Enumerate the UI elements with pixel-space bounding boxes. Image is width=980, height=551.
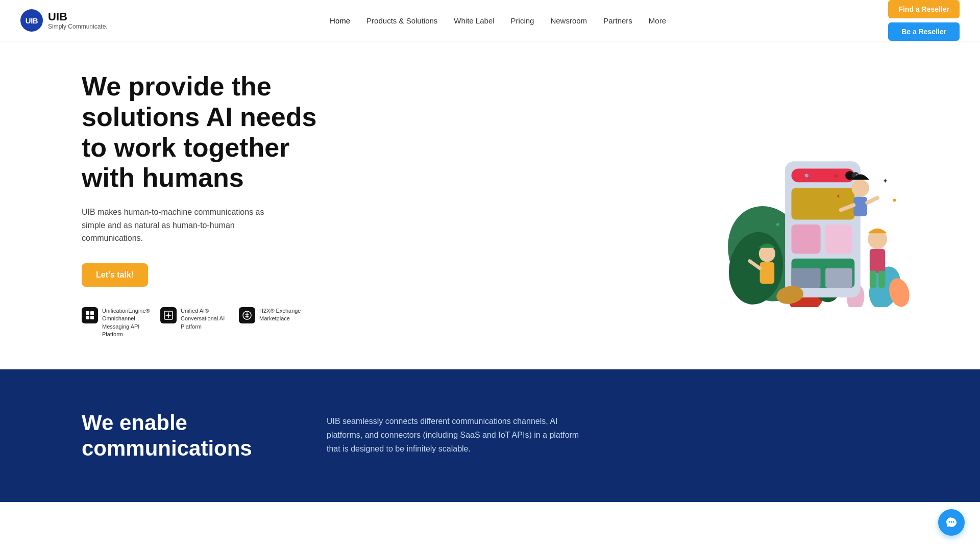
product-badge-h2x: H2X® Exchange Marketplace xyxy=(239,307,305,339)
svg-rect-32 xyxy=(870,270,876,287)
svg-text:✦: ✦ xyxy=(836,193,840,198)
blue-section: We enable communications UIB seamlessly … xyxy=(0,369,980,503)
svg-rect-3 xyxy=(90,316,94,319)
nav-white-label[interactable]: White Label xyxy=(447,12,501,29)
hero-svg: 🔍 🎤 xyxy=(704,103,929,307)
logo[interactable]: UIB UIB Simply Communicate. xyxy=(20,9,108,32)
logo-text: UIB Simply Communicate. xyxy=(48,11,108,30)
hero-description: UIB makes human-to-machine communication… xyxy=(82,206,276,245)
nav-partners[interactable]: Partners xyxy=(596,12,640,29)
svg-point-34 xyxy=(759,245,775,262)
logo-icon: UIB xyxy=(20,9,43,32)
logo-title: UIB xyxy=(48,11,108,23)
nav-pricing[interactable]: Pricing xyxy=(504,12,542,29)
blue-left: We enable communications xyxy=(82,410,276,462)
svg-line-29 xyxy=(867,197,877,203)
product-badge-uai: Unified AI® Conversational AI Platform xyxy=(160,307,227,339)
svg-rect-31 xyxy=(870,248,885,273)
blue-section-title: We enable communications xyxy=(82,410,276,462)
svg-point-26 xyxy=(852,179,869,196)
nav-products[interactable]: Products & Solutions xyxy=(359,12,445,29)
badge-uai-label: Unified AI® Conversational AI Platform xyxy=(181,307,227,331)
svg-rect-21 xyxy=(791,224,820,254)
logo-subtitle: Simply Communicate. xyxy=(48,23,108,30)
hero-section: We provide the solutions AI needs to wor… xyxy=(0,41,980,369)
svg-rect-1 xyxy=(90,311,94,315)
svg-point-39 xyxy=(776,223,779,226)
svg-rect-22 xyxy=(825,224,852,254)
svg-rect-2 xyxy=(86,316,89,319)
svg-point-37 xyxy=(834,174,838,178)
blue-section-description: UIB seamlessly connects different commun… xyxy=(327,414,592,456)
nav-buttons: Find a Reseller Be a Reseller xyxy=(888,0,960,41)
svg-rect-33 xyxy=(878,270,885,287)
exchange-icon xyxy=(239,307,255,323)
hero-content: We provide the solutions AI needs to wor… xyxy=(82,71,327,339)
nav-home[interactable]: Home xyxy=(323,12,357,29)
find-reseller-button[interactable]: Find a Reseller xyxy=(888,0,960,18)
blue-right: UIB seamlessly connects different commun… xyxy=(327,410,592,456)
badge-h2x-label: H2X® Exchange Marketplace xyxy=(259,307,305,323)
brain-icon xyxy=(160,307,177,323)
svg-rect-25 xyxy=(825,268,852,288)
product-badges: UnificationEngine® Omnichannel Messaging… xyxy=(82,307,327,339)
nav-newsroom[interactable]: Newsroom xyxy=(543,12,594,29)
grid-icon xyxy=(82,307,98,323)
cta-button[interactable]: Let's talk! xyxy=(82,263,148,287)
svg-rect-27 xyxy=(853,197,867,216)
svg-point-38 xyxy=(893,198,896,202)
svg-text:🔍: 🔍 xyxy=(804,173,811,179)
hero-title: We provide the solutions AI needs to wor… xyxy=(82,71,327,193)
svg-rect-20 xyxy=(791,188,854,219)
nav-links: Home Products & Solutions White Label Pr… xyxy=(323,12,673,29)
navbar: UIB UIB Simply Communicate. Home Product… xyxy=(0,0,980,41)
svg-point-5 xyxy=(167,314,169,316)
badge-ue-label: UnificationEngine® Omnichannel Messaging… xyxy=(102,307,150,339)
hero-illustration: 🔍 🎤 xyxy=(704,103,929,307)
svg-rect-15 xyxy=(791,168,854,182)
svg-text:✦: ✦ xyxy=(883,177,888,185)
nav-more[interactable]: More xyxy=(642,12,673,29)
product-badge-ue: UnificationEngine® Omnichannel Messaging… xyxy=(82,307,148,339)
svg-rect-35 xyxy=(760,262,775,284)
svg-rect-24 xyxy=(791,268,820,288)
svg-rect-0 xyxy=(86,311,89,315)
be-reseller-button[interactable]: Be a Reseller xyxy=(888,22,960,41)
